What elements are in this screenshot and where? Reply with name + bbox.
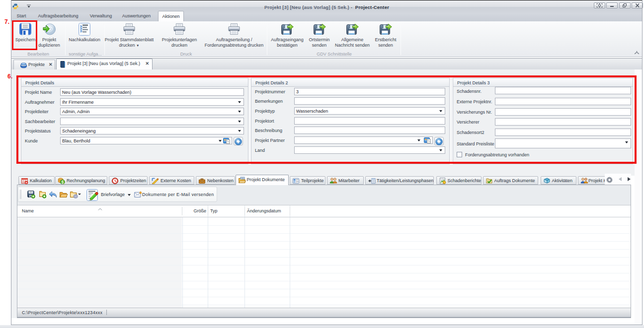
svg-text:$: $ [61, 180, 64, 185]
